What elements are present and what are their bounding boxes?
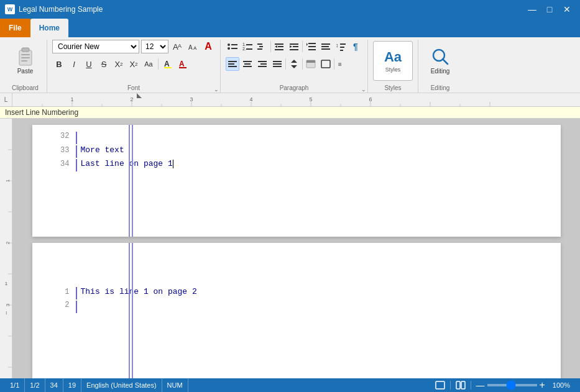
align-center-button[interactable] [241,57,254,71]
text-highlight-button[interactable]: A [161,57,175,71]
zoom-slider[interactable] [487,384,537,386]
line-spacing-button[interactable] [304,40,318,53]
line-number-p2-2: 2 [51,301,70,309]
zoom-out-icon[interactable]: — [476,380,485,390]
line-spacing2-button[interactable] [287,57,301,71]
styles-button[interactable]: Aa Styles [373,41,413,81]
font-expand-icon[interactable]: ⌄ [214,86,219,93]
svg-rect-103 [436,381,444,389]
multilevel-list-button[interactable] [255,40,269,53]
svg-text:4: 4 [249,96,252,103]
doc-line-34: 34 Last line on page 1 [51,158,542,172]
ribbon-group-paragraph: 1. 2. [221,40,368,93]
svg-text:2: 2 [5,241,11,244]
window-title: Legal Numbering Sample [19,5,103,14]
status-col[interactable]: 19 [63,378,81,392]
svg-rect-36 [321,43,330,45]
sort-button[interactable]: ↕ [334,40,348,53]
svg-rect-30 [293,46,298,47]
svg-rect-58 [306,60,315,63]
status-line[interactable]: 34 [45,378,63,392]
document-scroll[interactable]: 32 33 More text 34 Last line on page 1 [12,119,580,378]
align-left-button[interactable] [226,57,239,71]
line-number-34: 34 [51,160,70,168]
svg-text:3: 3 [5,303,11,306]
close-button[interactable]: ✕ [559,2,575,16]
subscript-button[interactable]: X2 [112,57,126,71]
ruler-corner: L [0,93,12,107]
document-area: 1 2 3 1 ↕ 32 33 More text 34 [0,119,580,378]
editing-button[interactable]: Editing [425,43,456,78]
svg-text:A: A [179,60,185,68]
doc-line-p2-2: 2 [51,300,542,314]
paragraph-expand-icon[interactable]: ⌄ [361,86,366,93]
paragraph-spacing-button[interactable] [319,40,333,53]
zoom-in-icon[interactable]: + [540,380,545,391]
status-page[interactable]: 1/1 [5,378,25,392]
print-layout-icon[interactable] [430,381,451,390]
italic-button[interactable]: I [67,57,81,71]
styles-label: Styles [385,66,401,73]
app-icon: W [5,4,15,14]
font-color-button[interactable]: A [176,57,190,71]
svg-point-13 [228,43,230,46]
bold-button[interactable]: B [52,57,66,71]
paste-button[interactable]: Paste [9,45,42,77]
pilcrow-button[interactable]: ¶ [349,40,362,53]
svg-text:5: 5 [309,96,312,103]
svg-rect-23 [257,48,262,50]
svg-rect-59 [321,60,330,68]
doc-line-32: 32 [51,131,542,145]
svg-text:A: A [193,45,197,51]
svg-rect-51 [258,66,267,67]
change-case-button[interactable]: Aa [142,57,155,71]
svg-rect-104 [456,381,460,389]
shading-button[interactable] [304,57,318,71]
svg-marker-35 [306,43,308,46]
increase-indent-button[interactable] [287,40,301,53]
increase-font-button[interactable]: AA [170,40,184,53]
svg-rect-41 [340,47,344,48]
clear-format-button[interactable]: A [201,40,215,53]
svg-rect-42 [340,50,343,51]
svg-rect-34 [308,49,316,50]
svg-rect-38 [321,48,330,50]
page-vline-left [129,125,130,237]
maximize-button[interactable]: □ [541,2,558,16]
numbering-button[interactable]: 1. 2. [241,40,254,53]
status-pages[interactable]: 1/2 [25,378,45,392]
horizontal-ruler: 1 2 3 4 5 6 [12,93,580,107]
tab-file[interactable]: File [0,19,30,37]
text-direction-button[interactable]: ≡ [336,57,349,71]
superscript-button[interactable]: X2 [127,57,140,71]
font-name-select[interactable]: Courier New [52,40,139,53]
svg-rect-28 [290,43,298,45]
minimize-button[interactable]: — [524,2,540,16]
editing-label: Editing [431,68,450,75]
page-vline-left2 [132,125,133,237]
decrease-indent-button[interactable] [272,40,286,53]
tooltip-text: Insert Line Numbering [5,108,78,117]
svg-rect-20 [246,48,252,50]
bullets-button[interactable] [226,40,239,53]
svg-text:1: 1 [70,96,73,103]
page2-vline-left [129,243,130,378]
font-size-select[interactable]: 12 [141,40,168,53]
svg-rect-54 [273,66,282,67]
line-number-p2-1: 1 [51,288,70,296]
status-input-mode[interactable]: NUM [162,378,188,392]
strikethrough-button[interactable]: S [97,57,111,71]
zoom-percent[interactable]: 100% [548,381,575,389]
title-bar: W Legal Numbering Sample — □ ✕ [0,0,580,19]
tab-home[interactable]: Home [30,19,68,37]
justify-button[interactable] [270,57,284,71]
svg-marker-25 [275,45,277,48]
align-right-button[interactable] [255,57,269,71]
svg-rect-65 [12,93,580,107]
status-language[interactable]: English (United States) [81,378,162,392]
read-mode-icon[interactable] [451,381,471,390]
border-button[interactable] [319,57,333,71]
decrease-font-button[interactable]: AA [186,40,200,53]
underline-button[interactable]: U [82,57,96,71]
font-group-label: Font [127,84,140,91]
